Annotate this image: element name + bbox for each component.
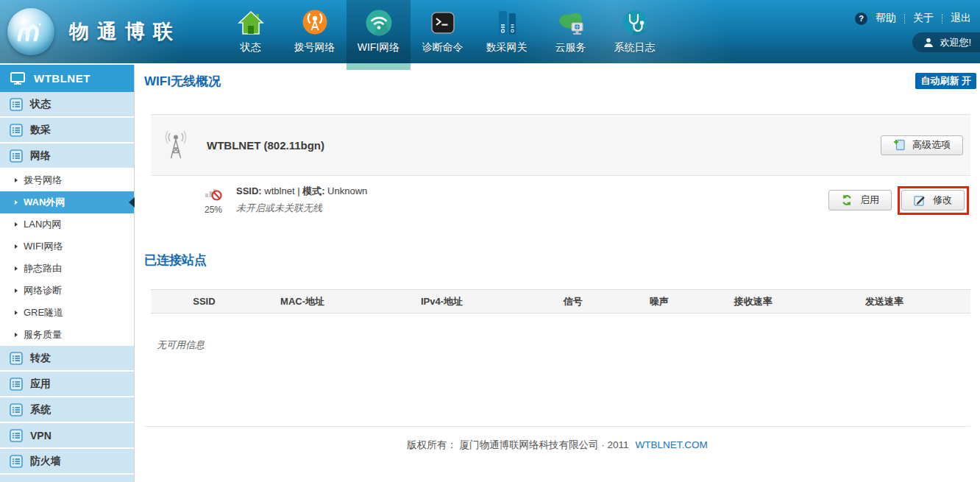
brand-logo-icon [7, 8, 54, 55]
list-icon [10, 429, 23, 442]
brand-logo: 物通博联 [7, 0, 181, 63]
top-nav: 状态 拨号网络 [219, 0, 667, 63]
list-icon [10, 124, 23, 137]
modify-label: 修改 [933, 194, 952, 207]
sidebar-item-label: WIFI网络 [24, 240, 63, 253]
nav-label: 拨号网络 [294, 41, 335, 54]
table-header-row: SSID MAC-地址 IPv4-地址 信号 噪声 接收速率 发送速率 [151, 290, 970, 313]
enable-button[interactable]: 启用 [828, 190, 892, 210]
brand-name: 物通博联 [69, 18, 181, 45]
nav-label: 数采网关 [486, 41, 528, 54]
auto-refresh-toggle[interactable]: 自动刷新 开 [915, 73, 976, 89]
list-icon [10, 455, 23, 468]
sidebar-item-network[interactable]: 网络 [0, 143, 134, 168]
router-admin-page: 物通博联 状态 [0, 0, 980, 482]
footer-link[interactable]: WTBLNET.COM [635, 439, 707, 450]
top-utility-links: ? 帮助 关于 退出 [855, 12, 971, 25]
sidebar-item-label: 静态路由 [24, 262, 62, 275]
sidebar-header: WTBLNET [0, 65, 134, 92]
submenu-arrow-icon [15, 200, 18, 205]
modify-button[interactable]: 修改 [901, 190, 965, 210]
enable-label: 启用 [860, 194, 879, 207]
radio-tower-icon [163, 130, 188, 160]
list-icon [10, 378, 23, 391]
sidebar-item-datacollect[interactable]: 数采 [0, 118, 134, 142]
nav-item-dialup-network[interactable]: 拨号网络 [283, 0, 347, 63]
sidebar-item-lan[interactable]: LAN内网 [0, 213, 134, 235]
add-page-icon [893, 139, 905, 151]
nav-item-data-gateway[interactable]: 数采网关 [475, 0, 539, 63]
advanced-options-label: 高级选项 [912, 138, 951, 152]
sidebar-item-forwarding[interactable]: 转发 [0, 346, 134, 370]
nav-item-status[interactable]: 状态 [219, 0, 283, 63]
sidebar-item-partial [0, 475, 134, 482]
submenu-arrow-icon [15, 178, 18, 182]
sidebar-item-status[interactable]: 状态 [0, 92, 134, 116]
sidebar-item-label: 网络 [30, 149, 51, 163]
ssid-label: SSID: [236, 185, 262, 196]
sidebar-item-static-route[interactable]: 静态路由 [0, 258, 134, 280]
ssid-value: wtblnet [264, 185, 294, 196]
ssid-line: SSID: wtblnet | 模式: Unknown [236, 185, 367, 198]
sidebar-item-label: 数采 [30, 124, 51, 137]
nav-label: WIFI网络 [358, 41, 400, 54]
nav-item-diagnostic-command[interactable]: 诊断命令 [411, 0, 475, 63]
sidebar-item-dialup[interactable]: 拨号网络 [0, 169, 134, 191]
wifi-status-text: 未开启或未关联无线 [236, 202, 367, 215]
sidebar-item-label: 防火墙 [30, 455, 61, 468]
nav-label: 系统日志 [614, 41, 656, 54]
welcome-badge[interactable]: 欢迎您! [912, 32, 980, 52]
list-icon [10, 149, 23, 163]
list-icon [10, 352, 23, 365]
sidebar-item-vpn[interactable]: VPN [0, 423, 134, 447]
sidebar-item-system[interactable]: 系统 [0, 397, 134, 422]
mode-value: Unknown [327, 185, 367, 196]
refresh-icon [841, 194, 853, 206]
nav-label: 诊断命令 [422, 41, 464, 54]
about-link[interactable]: 关于 [913, 12, 934, 25]
list-icon [10, 98, 23, 111]
stethoscope-icon [620, 5, 650, 40]
help-link[interactable]: 帮助 [876, 12, 896, 25]
nav-item-wifi-network[interactable]: WIFI网络 [347, 0, 411, 63]
sidebar-item-label: 拨号网络 [24, 174, 62, 187]
sidebar-item-label: 网络诊断 [24, 284, 62, 297]
copyright-text: 版权所有： 厦门物通博联网络科技有限公司 · 2011 [407, 439, 628, 450]
nav-item-cloud-service[interactable]: 云服务 [539, 0, 603, 63]
sidebar-item-label: 状态 [30, 98, 51, 111]
main-content: WIFI无线概况 自动刷新 开 WTBLNET (802.11bgn) 高级选项 [135, 63, 980, 482]
sidebar-item-gre-tunnel[interactable]: GRE隧道 [0, 302, 134, 324]
edit-icon [914, 194, 926, 206]
submenu-arrow-icon [15, 333, 18, 337]
sidebar-item-wan[interactable]: WAN外网 [0, 191, 134, 213]
submenu-arrow-icon [15, 244, 18, 249]
page-title: WIFI无线概况 [144, 73, 980, 90]
col-noise: 噪声 [610, 290, 709, 313]
sidebar-item-qos[interactable]: 服务质量 [0, 324, 134, 346]
sidebar-item-label: 转发 [30, 352, 51, 365]
nav-label: 状态 [241, 41, 261, 54]
cloud-service-icon [555, 5, 586, 40]
sidebar-item-firewall[interactable]: 防火墙 [0, 449, 134, 473]
nav-item-system-log[interactable]: 系统日志 [603, 0, 667, 63]
submenu-arrow-icon [15, 288, 18, 293]
sidebar-title: WTBLNET [34, 72, 90, 85]
sidebar-item-wifi[interactable]: WIFI网络 [0, 235, 134, 258]
pipe-separator: | [297, 185, 299, 196]
sidebar-item-net-diagnosis[interactable]: 网络诊断 [0, 280, 134, 302]
wifi-icon [363, 5, 394, 40]
wifi-action-buttons: 启用 修改 [828, 190, 965, 210]
submenu-arrow-icon [15, 311, 18, 315]
server-gateway-icon [492, 5, 522, 40]
advanced-options-button[interactable]: 高级选项 [881, 135, 963, 155]
modify-button-highlight-area: 修改 [901, 190, 965, 210]
sidebar-item-apps[interactable]: 应用 [0, 372, 134, 396]
welcome-text: 欢迎您! [940, 36, 971, 49]
terminal-icon [428, 5, 458, 40]
logout-link[interactable]: 退出 [951, 12, 971, 25]
wifi-status-row: 25% SSID: wtblnet | 模式: Unknown 未开启或未关联无… [151, 176, 970, 227]
submenu-arrow-icon [15, 222, 18, 227]
divider [942, 14, 942, 24]
connected-stations-table: SSID MAC-地址 IPv4-地址 信号 噪声 接收速率 发送速率 [151, 289, 970, 313]
ssid-info: SSID: wtblnet | 模式: Unknown 未开启或未关联无线 [236, 185, 367, 215]
